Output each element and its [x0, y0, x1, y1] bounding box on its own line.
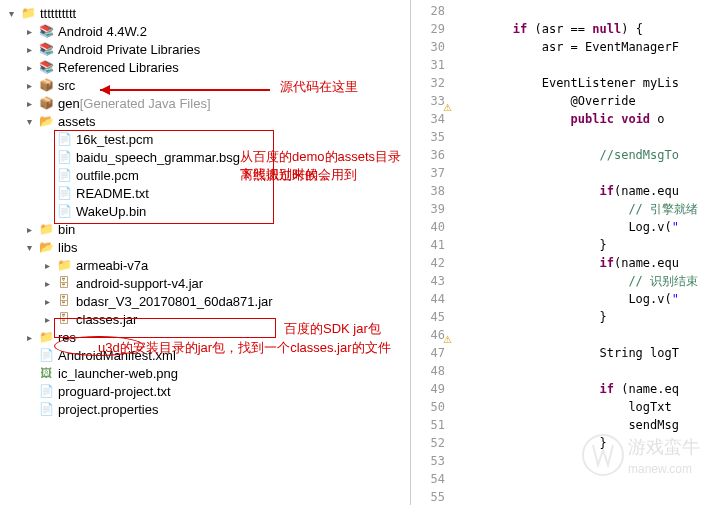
warning-icon: ⚠ — [443, 334, 452, 345]
lib-icon: 📚 — [38, 59, 54, 75]
code-line[interactable] — [451, 488, 708, 505]
folder-icon: 📁 — [38, 329, 54, 345]
tree-item[interactable]: ▸📚Android Private Libraries — [0, 40, 410, 58]
tree-item[interactable]: 📄WakeUp.bin — [0, 202, 410, 220]
expand-icon[interactable]: ▸ — [22, 222, 36, 236]
expand-icon[interactable]: ▸ — [22, 78, 36, 92]
tree-item[interactable]: 📄project.properties — [0, 400, 410, 418]
code-line[interactable]: logTxt — [451, 398, 708, 416]
expand-icon[interactable]: ▸ — [22, 24, 36, 38]
jar-icon: 🗄 — [56, 311, 72, 327]
file-icon: 📄 — [56, 167, 72, 183]
code-line[interactable] — [451, 362, 708, 380]
code-line[interactable]: if(name.equ — [451, 182, 708, 200]
code-line[interactable]: if (name.eq — [451, 380, 708, 398]
expand-icon[interactable]: ▾ — [22, 114, 36, 128]
code-line[interactable] — [451, 470, 708, 488]
code-line[interactable]: // 识别结束 — [451, 272, 708, 290]
code-line[interactable] — [451, 2, 708, 20]
tree-label: baidu_speech_grammar.bsg — [76, 150, 240, 165]
code-line[interactable]: String logT — [451, 344, 708, 362]
tree-label: Android 4.4W.2 — [58, 24, 147, 39]
code-line[interactable]: EventListener myLis — [451, 74, 708, 92]
project-explorer[interactable]: ▾ 📁 tttttttttt ▸📚Android 4.4W.2▸📚Android… — [0, 0, 410, 505]
tree-label: android-support-v4.jar — [76, 276, 203, 291]
file-icon: 📄 — [56, 131, 72, 147]
tree-item[interactable]: ▸🗄android-support-v4.jar — [0, 274, 410, 292]
tree-item[interactable]: ▸📦src — [0, 76, 410, 94]
file-icon: 📄 — [38, 401, 54, 417]
expand-icon[interactable]: ▸ — [40, 276, 54, 290]
expand-icon[interactable]: ▸ — [40, 294, 54, 308]
code-line[interactable]: if(name.equ — [451, 254, 708, 272]
expand-icon — [22, 402, 36, 416]
code-line[interactable]: asr = EventManagerF — [451, 38, 708, 56]
decorator-text: [Generated Java Files] — [80, 96, 211, 111]
expand-icon[interactable]: ▸ — [22, 330, 36, 344]
tree-item[interactable]: 📄README.txt — [0, 184, 410, 202]
code-line[interactable] — [451, 452, 708, 470]
code-body[interactable]: if (asr == null) { asr = EventManagerF E… — [451, 0, 708, 505]
expand-icon — [40, 186, 54, 200]
tree-item[interactable]: 📄16k_test.pcm — [0, 130, 410, 148]
tree-item[interactable]: ▸🗄classes.jar — [0, 310, 410, 328]
expand-icon — [22, 366, 36, 380]
code-line[interactable] — [451, 326, 708, 344]
code-line[interactable]: if (asr == null) { — [451, 20, 708, 38]
code-line[interactable]: public void o — [451, 110, 708, 128]
tree-item[interactable]: 🖼ic_launcher-web.png — [0, 364, 410, 382]
tree-label: AndroidManifest.xml — [58, 348, 176, 363]
tree-label: ic_launcher-web.png — [58, 366, 178, 381]
expand-icon[interactable]: ▸ — [40, 258, 54, 272]
tree-label: res — [58, 330, 76, 345]
pkg-icon: 📦 — [38, 95, 54, 111]
tree-item[interactable]: 📄proguard-project.txt — [0, 382, 410, 400]
code-line[interactable]: @Override — [451, 92, 708, 110]
tree-item[interactable]: ▸📦gen [Generated Java Files] — [0, 94, 410, 112]
code-line[interactable]: sendMsg — [451, 416, 708, 434]
tree-item[interactable]: ▾📂libs — [0, 238, 410, 256]
code-line[interactable] — [451, 56, 708, 74]
tree-label: libs — [58, 240, 78, 255]
code-line[interactable]: } — [451, 236, 708, 254]
expand-icon[interactable]: ▸ — [22, 96, 36, 110]
expand-icon[interactable]: ▾ — [4, 6, 18, 20]
tree-label: Android Private Libraries — [58, 42, 200, 57]
file-icon: 📄 — [56, 185, 72, 201]
line-gutter: 2829303132333435363738394041424344454647… — [411, 0, 451, 505]
file-icon: 📄 — [56, 203, 72, 219]
tree-item[interactable]: ▸📚Android 4.4W.2 — [0, 22, 410, 40]
folder-open-icon: 📂 — [38, 113, 54, 129]
code-line[interactable]: // 引擎就绪 — [451, 200, 708, 218]
tree-label: proguard-project.txt — [58, 384, 171, 399]
code-line[interactable]: } — [451, 308, 708, 326]
expand-icon[interactable]: ▸ — [40, 312, 54, 326]
code-line[interactable]: //sendMsgTo — [451, 146, 708, 164]
tree-item[interactable]: 📄baidu_speech_grammar.bsg — [0, 148, 410, 166]
tree-label: assets — [58, 114, 96, 129]
code-line[interactable] — [451, 164, 708, 182]
code-line[interactable]: Log.v(" — [451, 290, 708, 308]
folder-open-icon: 📂 — [38, 239, 54, 255]
tree-item[interactable]: ▸📚Referenced Libraries — [0, 58, 410, 76]
tree-item[interactable]: 📄outfile.pcm — [0, 166, 410, 184]
tree-item[interactable]: ▸📁res — [0, 328, 410, 346]
expand-icon[interactable]: ▸ — [22, 60, 36, 74]
tree-item[interactable]: ▸📁bin — [0, 220, 410, 238]
code-line[interactable]: Log.v(" — [451, 218, 708, 236]
code-line[interactable] — [451, 128, 708, 146]
tree-item[interactable]: ▸📁armeabi-v7a — [0, 256, 410, 274]
expand-icon[interactable]: ▾ — [22, 240, 36, 254]
expand-icon — [22, 348, 36, 362]
tree-item[interactable]: 📄AndroidManifest.xml — [0, 346, 410, 364]
tree-item[interactable]: ▸🗄bdasr_V3_20170801_60da871.jar — [0, 292, 410, 310]
tree-label: WakeUp.bin — [76, 204, 146, 219]
code-editor[interactable]: 2829303132333435363738394041424344454647… — [410, 0, 708, 505]
tree-item[interactable]: ▾📂assets — [0, 112, 410, 130]
expand-icon[interactable]: ▸ — [22, 42, 36, 56]
tree-label: Referenced Libraries — [58, 60, 179, 75]
lib-icon: 📚 — [38, 23, 54, 39]
expand-icon — [40, 132, 54, 146]
tree-root[interactable]: ▾ 📁 tttttttttt — [0, 4, 410, 22]
code-line[interactable]: } — [451, 434, 708, 452]
